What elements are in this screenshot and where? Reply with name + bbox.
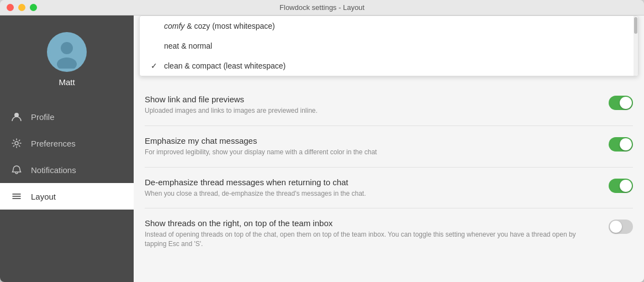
person-icon xyxy=(11,111,22,122)
dropdown-item-neat-label: neat & normal xyxy=(164,41,627,50)
sidebar: Matt Profile xyxy=(0,15,134,282)
dropdown-overlay: comfy & cozy (most whitespace) neat & no… xyxy=(134,15,644,282)
svg-point-1 xyxy=(61,42,73,54)
titlebar: Flowdock settings - Layout xyxy=(0,0,644,15)
user-name: Matt xyxy=(59,77,75,87)
sidebar-item-profile-label: Profile xyxy=(31,112,55,122)
svg-point-4 xyxy=(15,142,18,145)
window-controls xyxy=(7,4,37,11)
sidebar-item-preferences[interactable]: Preferences xyxy=(0,130,134,156)
dropdown-item-comfy[interactable]: comfy & cozy (most whitespace) xyxy=(140,16,638,36)
avatar-container: Matt xyxy=(47,32,87,87)
avatar xyxy=(47,32,87,72)
bell-icon xyxy=(11,164,22,175)
scrollbar-thumb xyxy=(634,17,637,34)
layout-dropdown[interactable]: comfy & cozy (most whitespace) neat & no… xyxy=(139,15,638,76)
app-window: Flowdock settings - Layout Matt xyxy=(0,0,644,282)
content-area: comfy & cozy (most whitespace) neat & no… xyxy=(134,15,644,282)
sidebar-item-notifications-label: Notifications xyxy=(31,165,76,175)
dropdown-item-clean[interactable]: ✓ clean & compact (least whitespace) xyxy=(140,56,638,76)
window-title: Flowdock settings - Layout xyxy=(279,3,365,12)
dropdown-item-clean-label: clean & compact (least whitespace) xyxy=(164,61,627,70)
main-content: Matt Profile xyxy=(0,15,644,282)
maximize-button[interactable] xyxy=(30,4,37,11)
sidebar-item-preferences-label: Preferences xyxy=(31,139,76,148)
sidebar-item-layout[interactable]: Layout xyxy=(0,183,134,210)
dropdown-scrollbar xyxy=(634,16,638,76)
check-icon-clean: ✓ xyxy=(151,61,160,70)
sidebar-item-layout-label: Layout xyxy=(31,192,56,201)
gear-icon xyxy=(11,138,22,149)
close-button[interactable] xyxy=(7,4,14,11)
sidebar-item-notifications[interactable]: Notifications xyxy=(0,156,134,183)
dropdown-item-neat[interactable]: neat & normal xyxy=(140,36,638,56)
menu-icon xyxy=(11,191,22,202)
sidebar-item-profile[interactable]: Profile xyxy=(0,103,134,130)
minimize-button[interactable] xyxy=(18,4,25,11)
dropdown-item-comfy-label: comfy & cozy (most whitespace) xyxy=(164,22,627,30)
nav-items: Profile Preferences xyxy=(0,103,134,210)
